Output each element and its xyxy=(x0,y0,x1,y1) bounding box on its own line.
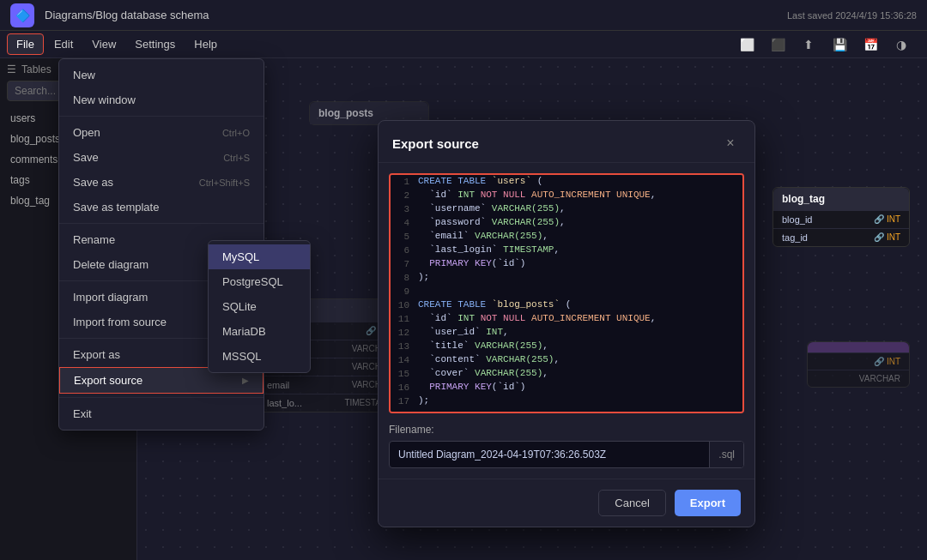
filename-ext: .sql xyxy=(709,442,743,467)
dropdown-item-save-template[interactable]: Save as template xyxy=(59,195,264,220)
col-blog-id: blog_id xyxy=(782,214,812,225)
code-line-1: 1 CREATE TABLE `users` ( xyxy=(391,175,742,189)
code-line-5: 5 `email` VARCHAR(255), xyxy=(391,230,742,244)
canvas-table-right: 🔗 INT VARCHAR xyxy=(807,341,910,388)
code-line-7: 7 PRIMARY KEY(`id`) xyxy=(391,257,742,271)
col-r1-type: 🔗 INT xyxy=(874,357,900,366)
menu-file[interactable]: File xyxy=(7,33,44,55)
col-r2-type: VARCHAR xyxy=(859,374,900,383)
dropdown-item-save[interactable]: Save Ctrl+S xyxy=(59,145,264,170)
code-line-16: 16 PRIMARY KEY(`id`) xyxy=(391,381,742,394)
code-container[interactable]: 1 CREATE TABLE `users` ( 2 `id` INT NOT … xyxy=(389,173,744,413)
title-bar: 🔷 Diagrams/Blog database schema Last sav… xyxy=(0,0,927,31)
toolbar-icons: ⬜ ⬛ ⬆ 💾 📅 ◑ xyxy=(735,33,920,57)
code-line-11: 11 `id` INT NOT NULL AUTO_INCREMENT UNIQ… xyxy=(391,312,742,326)
dropdown-item-new[interactable]: New xyxy=(59,63,264,87)
export-source-submenu: MySQL PostgreSQL SQLite MariaDB MSSQL xyxy=(208,240,311,373)
app-icon: 🔷 xyxy=(10,3,34,27)
menu-view[interactable]: View xyxy=(83,34,124,54)
code-line-13: 13 `title` VARCHAR(255), xyxy=(391,340,742,353)
col-last-login: last_lo... xyxy=(267,398,302,408)
submenu-item-mysql[interactable]: MySQL xyxy=(209,244,310,269)
submenu-item-mssql[interactable]: MSSQL xyxy=(209,344,310,369)
menu-help[interactable]: Help xyxy=(185,34,226,54)
dropdown-item-exit[interactable]: Exit xyxy=(59,401,264,426)
export-source-dialog: Export source × 1 CREATE TABLE `users` (… xyxy=(378,120,755,527)
filename-input[interactable] xyxy=(390,442,709,467)
dialog-header: Export source × xyxy=(379,121,754,163)
menu-edit[interactable]: Edit xyxy=(45,34,82,54)
dialog-close-button[interactable]: × xyxy=(720,133,741,154)
code-line-4: 4 `password` VARCHAR(255), xyxy=(391,216,742,230)
cancel-button[interactable]: Cancel xyxy=(598,490,665,516)
dropdown-divider-2 xyxy=(59,223,264,224)
canvas-table-right-header xyxy=(808,342,909,352)
toolbar-icon-1[interactable]: ⬜ xyxy=(735,33,759,57)
toolbar-icon-6[interactable]: ◑ xyxy=(889,33,913,57)
filename-row: Filename: .sql xyxy=(389,424,744,468)
code-line-6: 6 `last_login` TIMESTAMP, xyxy=(391,244,742,257)
code-line-9: 9 xyxy=(391,285,742,298)
submenu-item-mariadb[interactable]: MariaDB xyxy=(209,319,310,344)
code-line-8: 8 ); xyxy=(391,271,742,285)
toolbar-icon-4[interactable]: 💾 xyxy=(827,33,851,57)
code-line-12: 12 `user_id` INT, xyxy=(391,326,742,340)
canvas-table-row: 🔗 INT xyxy=(808,352,909,370)
dialog-body: 1 CREATE TABLE `users` ( 2 `id` INT NOT … xyxy=(379,163,754,479)
col-blog-id-key: 🔗 INT xyxy=(874,214,900,225)
dialog-title: Export source xyxy=(392,136,479,151)
code-line-10: 10 CREATE TABLE `blog_posts` ( xyxy=(391,298,742,312)
dropdown-item-open[interactable]: Open Ctrl+O xyxy=(59,120,264,145)
menu-bar: File Edit View Settings Help ⬜ ⬛ ⬆ 💾 📅 ◑ xyxy=(0,31,927,58)
export-button[interactable]: Export xyxy=(675,490,741,516)
dropdown-divider-5 xyxy=(59,397,264,398)
toolbar-icon-3[interactable]: ⬆ xyxy=(797,33,821,57)
toolbar-icon-2[interactable]: ⬛ xyxy=(766,33,790,57)
col-email: email xyxy=(267,380,289,390)
canvas-table-blog-tag-header: blog_tag xyxy=(773,188,909,210)
last-saved: Last saved 2024/4/19 15:36:28 xyxy=(787,10,917,21)
col-tag-id: tag_id xyxy=(782,232,808,243)
code-line-17: 17 ); xyxy=(391,394,742,408)
dropdown-item-new-window[interactable]: New window xyxy=(59,87,264,112)
filename-label: Filename: xyxy=(389,424,744,436)
code-line-3: 3 `username` VARCHAR(255), xyxy=(391,202,742,216)
dropdown-item-save-as[interactable]: Save as Ctrl+Shift+S xyxy=(59,170,264,195)
submenu-item-sqlite[interactable]: SQLite xyxy=(209,294,310,319)
export-source-arrow: ▶ xyxy=(242,376,249,385)
canvas-table-blog-tag: blog_tag blog_id 🔗 INT tag_id 🔗 INT xyxy=(772,187,910,247)
code-line-14: 14 `content` VARCHAR(255), xyxy=(391,353,742,367)
canvas-table-row: blog_id 🔗 INT xyxy=(773,210,909,228)
dialog-footer: Cancel Export xyxy=(379,479,754,527)
sidebar-section-label: Tables xyxy=(21,63,52,75)
canvas-table-row: VARCHAR xyxy=(808,370,909,387)
menu-settings[interactable]: Settings xyxy=(126,34,184,54)
app-title: Diagrams/Blog database schema xyxy=(45,9,777,21)
filename-input-wrapper: .sql xyxy=(389,441,744,468)
toolbar-icon-5[interactable]: 📅 xyxy=(858,33,882,57)
col-tag-id-key: 🔗 INT xyxy=(874,232,900,243)
code-line-2: 2 `id` INT NOT NULL AUTO_INCREMENT UNIQU… xyxy=(391,189,742,202)
code-line-18: 18 xyxy=(391,408,742,413)
code-line-15: 15 `cover` VARCHAR(255), xyxy=(391,367,742,381)
canvas-table-row: tag_id 🔗 INT xyxy=(773,228,909,246)
dropdown-divider-1 xyxy=(59,116,264,117)
submenu-item-postgresql[interactable]: PostgreSQL xyxy=(209,269,310,294)
